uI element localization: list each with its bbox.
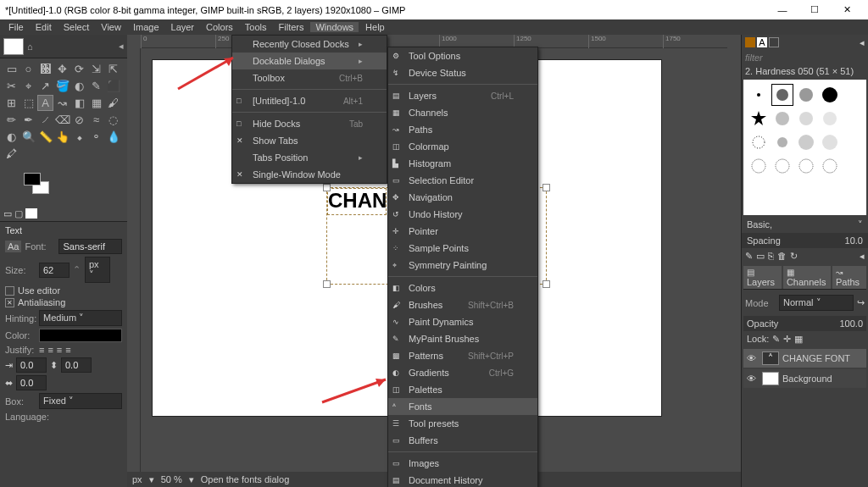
handle-se[interactable]	[542, 280, 550, 288]
menuitem-toolbox[interactable]: ToolboxCtrl+B	[232, 69, 387, 86]
handle-nw[interactable]	[323, 184, 331, 191]
brush-dup-icon[interactable]: ⎘	[768, 251, 774, 262]
brushes-grid[interactable]	[743, 80, 866, 215]
tool-16[interactable]: A	[37, 95, 53, 111]
menuitem-single-window-mode[interactable]: ✕Single-Window Mode	[232, 166, 387, 183]
tool-31[interactable]: 👆	[54, 129, 70, 145]
menuitem-undo-history[interactable]: ↺Undo History	[388, 206, 537, 223]
tool-5[interactable]: ⇲	[88, 61, 104, 77]
stepper-icon[interactable]: ⌃	[73, 264, 81, 275]
eye-icon[interactable]: 👁	[747, 353, 759, 363]
swatch-white[interactable]	[25, 208, 37, 219]
menuitem-tabs-position[interactable]: Tabs Position▸	[232, 149, 387, 166]
menu-filters[interactable]: Filters	[274, 22, 309, 32]
layer-name[interactable]: Background	[782, 374, 832, 384]
menu-tools[interactable]: Tools	[240, 22, 272, 32]
tool-28[interactable]: ◐	[3, 129, 19, 145]
tool-27[interactable]: ◌	[105, 112, 121, 128]
menuitem-recently-closed-docks[interactable]: Recently Closed Docks▸	[232, 36, 387, 53]
brush-new-icon[interactable]: ▭	[756, 251, 765, 262]
menuitem-colormap[interactable]: ◫Colormap	[388, 138, 537, 155]
maximize-button[interactable]: ☐	[798, 0, 831, 19]
menuitem-patterns[interactable]: ▩PatternsShift+Ctrl+P	[388, 347, 537, 364]
tool-33[interactable]: ⚬	[88, 129, 104, 145]
layer-row[interactable]: 👁ACHANGE FONT	[743, 349, 866, 368]
letter-spacing-input[interactable]	[16, 375, 47, 390]
brush-preset-label[interactable]: Basic,	[747, 219, 772, 230]
tool-35[interactable]: 🖍	[3, 146, 19, 162]
tool-29[interactable]: 🔍	[20, 129, 36, 145]
tool-30[interactable]: 📏	[37, 129, 53, 145]
tool-1[interactable]: ○	[20, 61, 36, 77]
tool-9[interactable]: ↗	[37, 78, 53, 94]
menuitem-symmetry-painting[interactable]: ⌖Symmetry Painting	[388, 257, 537, 274]
tool-10[interactable]: 🪣	[54, 78, 70, 94]
antialias-checkbox[interactable]: ✕	[5, 298, 14, 307]
font-icon[interactable]: Aa	[5, 241, 21, 252]
menuitem-pointer[interactable]: ✛Pointer	[388, 223, 537, 240]
tool-0[interactable]: ▭	[3, 61, 19, 77]
opacity-value[interactable]: 100.0	[839, 318, 863, 329]
menuitem-palettes[interactable]: ◫Palettes	[388, 381, 537, 398]
menuitem-dockable-dialogs[interactable]: Dockable Dialogs▸	[232, 53, 387, 69]
tool-6[interactable]: ⇱	[105, 61, 121, 77]
text-content[interactable]: CHAN	[327, 188, 387, 215]
unit-display[interactable]: px	[132, 474, 142, 484]
menu-windows[interactable]: Windows	[310, 22, 359, 32]
tool-23[interactable]: ⟋	[37, 112, 53, 128]
tool-18[interactable]: ◧	[71, 95, 87, 111]
menuitem-paths[interactable]: ↝Paths	[388, 121, 537, 138]
spacing-value[interactable]: 10.0	[845, 235, 863, 246]
indent-input[interactable]	[16, 357, 47, 373]
justify-right-icon[interactable]: ≡	[57, 345, 62, 355]
menuitem-images[interactable]: ▭Images	[388, 455, 537, 472]
pattern-tab-icon[interactable]	[769, 37, 779, 47]
mode-select[interactable]: Normal ˅	[779, 295, 854, 311]
handle-sw[interactable]	[323, 280, 331, 288]
eye-icon[interactable]: 👁	[747, 374, 759, 384]
menu-view[interactable]: View	[96, 22, 126, 32]
lock-pixels-icon[interactable]: ✎	[772, 334, 780, 345]
brush-tab-icon[interactable]	[745, 37, 755, 47]
menuitem-buffers[interactable]: ▭Buffers	[388, 432, 537, 449]
layer-name[interactable]: CHANGE FONT	[782, 353, 850, 363]
tool-17[interactable]: ↝	[54, 95, 70, 111]
options-icon[interactable]: ▢	[14, 208, 23, 219]
menuitem-layers[interactable]: ▤LayersCtrl+L	[388, 87, 537, 104]
close-button[interactable]: ✕	[831, 0, 863, 19]
tool-15[interactable]: ⬚	[20, 95, 36, 111]
tab-paths[interactable]: ↝ Paths	[832, 266, 866, 289]
options-icon[interactable]: ▭	[3, 208, 12, 219]
menuitem-channels[interactable]: ▦Channels	[388, 104, 537, 121]
menuitem-colors[interactable]: ◧Colors	[388, 279, 537, 296]
brush-refresh-icon[interactable]: ↻	[790, 251, 798, 262]
tool-26[interactable]: ≈	[88, 112, 104, 128]
lock-alpha-icon[interactable]: ▦	[794, 334, 803, 345]
menuitem-tool-presets[interactable]: ☰Tool presets	[388, 415, 537, 432]
tool-34[interactable]: 💧	[105, 129, 121, 145]
tool-13[interactable]: ⬛	[105, 78, 121, 94]
tool-7[interactable]: ✂	[3, 78, 19, 94]
ruler-vertical[interactable]	[127, 48, 141, 473]
tab-layers[interactable]: ▤ Layers	[743, 266, 782, 289]
justify-left-icon[interactable]: ≡	[39, 345, 44, 355]
menuitem-selection-editor[interactable]: ▭Selection Editor	[388, 172, 537, 189]
tool-22[interactable]: ✒	[20, 112, 36, 128]
menu-layer[interactable]: Layer	[166, 22, 200, 32]
menuitem-sample-points[interactable]: ⁘Sample Points	[388, 240, 537, 257]
tool-2[interactable]: ਀	[37, 61, 53, 77]
menuitem-gradients[interactable]: ◐GradientsCtrl+G	[388, 364, 537, 381]
tool-12[interactable]: ✎	[88, 78, 104, 94]
menuitem-show-tabs[interactable]: ✕Show Tabs	[232, 132, 387, 149]
zoom-display[interactable]: 50 %	[161, 474, 182, 484]
tool-19[interactable]: ▦	[88, 95, 104, 111]
box-select[interactable]: Fixed ˅	[39, 393, 122, 409]
size-input[interactable]	[39, 263, 70, 278]
menuitem-brushes[interactable]: 🖌BrushesShift+Ctrl+B	[388, 296, 537, 313]
hinting-select[interactable]: Medium ˅	[39, 310, 122, 326]
menuitem-fonts[interactable]: ᴬFonts	[388, 398, 537, 415]
menu-file[interactable]: File	[3, 22, 29, 32]
brush-del-icon[interactable]: 🗑	[777, 251, 787, 262]
menuitem--untitled-1-0[interactable]: □[Untitled]-1.0Alt+1	[232, 92, 387, 109]
home-icon[interactable]: ⌂	[27, 42, 33, 52]
